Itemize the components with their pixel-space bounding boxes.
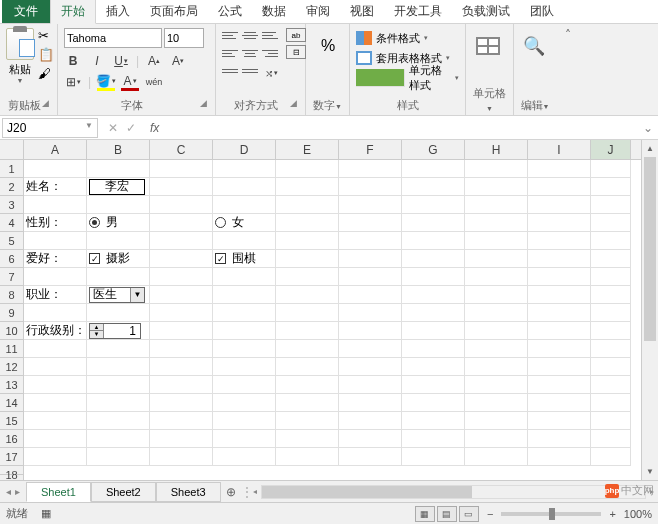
scroll-left-button[interactable]: ◂ — [253, 487, 257, 496]
expand-formula-bar-button[interactable]: ⌄ — [638, 121, 658, 135]
row-header[interactable]: 6 — [0, 250, 23, 268]
wrap-text-button[interactable]: ab — [286, 28, 306, 42]
decrease-font-button[interactable]: A▾ — [169, 52, 187, 70]
row-header[interactable]: 10 — [0, 322, 23, 340]
scroll-thumb[interactable] — [644, 157, 656, 341]
bold-button[interactable]: B — [64, 52, 82, 70]
rank-spinner[interactable]: ▲▼1 — [89, 323, 141, 339]
job-combobox[interactable]: 医生▼ — [89, 287, 145, 303]
orientation-button[interactable]: ⤭▾ — [262, 64, 280, 82]
col-header-b[interactable]: B — [87, 140, 150, 159]
scroll-down-button[interactable]: ▼ — [642, 463, 658, 480]
align-right-button[interactable] — [262, 46, 278, 60]
sheet-tab-3[interactable]: Sheet3 — [156, 482, 221, 502]
tab-page-layout[interactable]: 页面布局 — [140, 0, 208, 23]
font-size-select[interactable] — [164, 28, 204, 48]
tab-data[interactable]: 数据 — [252, 0, 296, 23]
underline-button[interactable]: U▾ — [112, 52, 130, 70]
spinner-up-icon[interactable]: ▲ — [90, 324, 103, 332]
col-header-g[interactable]: G — [402, 140, 465, 159]
row-header[interactable]: 11 — [0, 340, 23, 358]
scroll-up-button[interactable]: ▲ — [642, 140, 658, 157]
col-header-f[interactable]: F — [339, 140, 402, 159]
tab-insert[interactable]: 插入 — [96, 0, 140, 23]
col-header-e[interactable]: E — [276, 140, 339, 159]
paste-button[interactable]: 粘贴 ▼ — [6, 28, 34, 84]
checkbox-go[interactable]: ✓围棋 — [215, 250, 256, 267]
tab-team[interactable]: 团队 — [520, 0, 564, 23]
merge-center-button[interactable]: ⊟ — [286, 45, 306, 59]
conditional-format-button[interactable]: 条件格式▾ — [356, 28, 459, 48]
zoom-slider[interactable] — [501, 512, 601, 516]
cells-area[interactable]: 姓名： 李宏 性别： 男 女 爱好： ✓摄影 — [24, 160, 641, 480]
cell[interactable]: 李宏 — [87, 178, 150, 196]
find-button[interactable]: 🔍 — [520, 28, 548, 64]
col-header-a[interactable]: A — [24, 140, 87, 159]
vertical-scrollbar[interactable]: ▲ ▼ — [641, 140, 658, 480]
fx-icon[interactable]: fx — [144, 121, 165, 135]
row-header[interactable]: 14 — [0, 394, 23, 412]
align-bottom-button[interactable] — [262, 28, 278, 42]
align-middle-button[interactable] — [242, 28, 258, 42]
font-name-select[interactable] — [64, 28, 162, 48]
row-header[interactable]: 8 — [0, 286, 23, 304]
tab-file[interactable]: 文件 — [2, 0, 50, 23]
copy-icon[interactable]: 📋 — [38, 47, 54, 62]
formula-input[interactable] — [165, 119, 638, 137]
row-header[interactable]: 12 — [0, 358, 23, 376]
fill-color-button[interactable]: 🪣▾ — [97, 73, 115, 91]
view-page-break-button[interactable]: ▭ — [459, 506, 479, 522]
col-header-j[interactable]: J — [591, 140, 631, 159]
view-page-layout-button[interactable]: ▤ — [437, 506, 457, 522]
col-header-c[interactable]: C — [150, 140, 213, 159]
col-header-h[interactable]: H — [465, 140, 528, 159]
spinner-down-icon[interactable]: ▼ — [90, 331, 103, 338]
row-header[interactable]: 17 — [0, 448, 23, 466]
name-box[interactable]: J20▼ — [2, 118, 98, 138]
align-center-button[interactable] — [242, 46, 258, 60]
sheet-tab-2[interactable]: Sheet2 — [91, 482, 156, 502]
tab-home[interactable]: 开始 — [50, 0, 96, 24]
align-left-button[interactable] — [222, 46, 238, 60]
checkbox-photo[interactable]: ✓摄影 — [89, 250, 130, 267]
row-header[interactable]: 5 — [0, 232, 23, 250]
tab-loadtest[interactable]: 负载测试 — [452, 0, 520, 23]
collapse-ribbon-button[interactable]: ˄ — [556, 24, 580, 115]
row-header[interactable]: 9 — [0, 304, 23, 322]
zoom-level[interactable]: 100% — [624, 508, 652, 520]
enter-formula-icon[interactable]: ✓ — [126, 121, 136, 135]
radio-female[interactable]: 女 — [215, 214, 244, 231]
tab-formulas[interactable]: 公式 — [208, 0, 252, 23]
row-header[interactable]: 18 — [0, 466, 23, 475]
cell-style-button[interactable]: 单元格样式▾ — [356, 68, 459, 88]
zoom-out-button[interactable]: − — [487, 508, 493, 520]
cancel-formula-icon[interactable]: ✕ — [108, 121, 118, 135]
row-header[interactable]: 4 — [0, 214, 23, 232]
sheet-tab-1[interactable]: Sheet1 — [26, 482, 91, 502]
row-header[interactable]: 16 — [0, 430, 23, 448]
increase-indent-button[interactable] — [242, 64, 258, 78]
increase-font-button[interactable]: A▴ — [145, 52, 163, 70]
tab-view[interactable]: 视图 — [340, 0, 384, 23]
macro-record-icon[interactable]: ▦ — [41, 507, 51, 519]
border-button[interactable]: ⊞▾ — [64, 73, 82, 91]
align-top-button[interactable] — [222, 28, 238, 42]
tab-developer[interactable]: 开发工具 — [384, 0, 452, 23]
phonetic-button[interactable]: wén — [145, 73, 163, 91]
horizontal-scrollbar[interactable] — [261, 485, 646, 499]
sheet-nav-next[interactable]: ▸ — [15, 486, 20, 497]
cells-button[interactable] — [472, 28, 504, 64]
select-all-corner[interactable] — [0, 140, 24, 159]
row-header[interactable]: 13 — [0, 376, 23, 394]
add-sheet-button[interactable]: ⊕ — [221, 485, 241, 499]
col-header-d[interactable]: D — [213, 140, 276, 159]
row-header[interactable]: 15 — [0, 412, 23, 430]
row-header[interactable]: 1 — [0, 160, 23, 178]
cut-icon[interactable]: ✂ — [38, 28, 54, 43]
radio-male[interactable]: 男 — [89, 214, 118, 231]
format-painter-icon[interactable]: 🖌 — [38, 66, 54, 81]
zoom-in-button[interactable]: + — [609, 508, 615, 520]
decrease-indent-button[interactable] — [222, 64, 238, 78]
sheet-nav-prev[interactable]: ◂ — [6, 486, 11, 497]
row-header[interactable]: 7 — [0, 268, 23, 286]
